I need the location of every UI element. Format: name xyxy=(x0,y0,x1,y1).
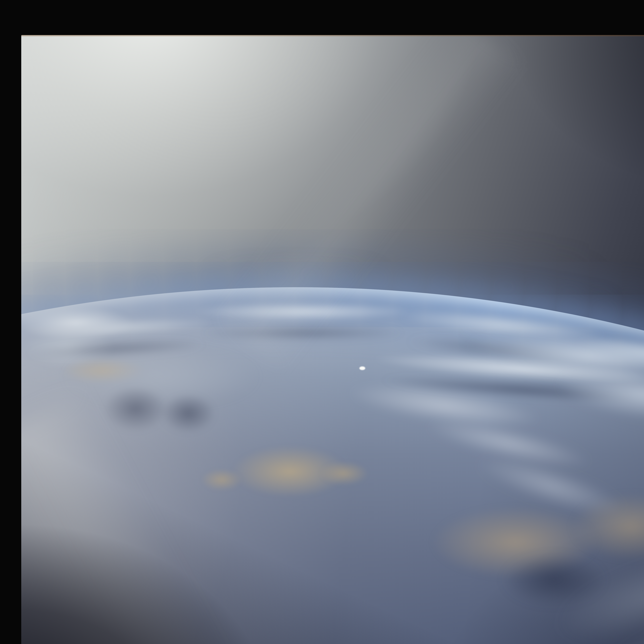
film-rebate-line xyxy=(21,35,644,37)
earth-photo xyxy=(21,35,644,644)
corner-vignette xyxy=(21,35,644,644)
film-scan-background: { "window": { "title": "Space shuttle Ea… xyxy=(0,0,644,644)
